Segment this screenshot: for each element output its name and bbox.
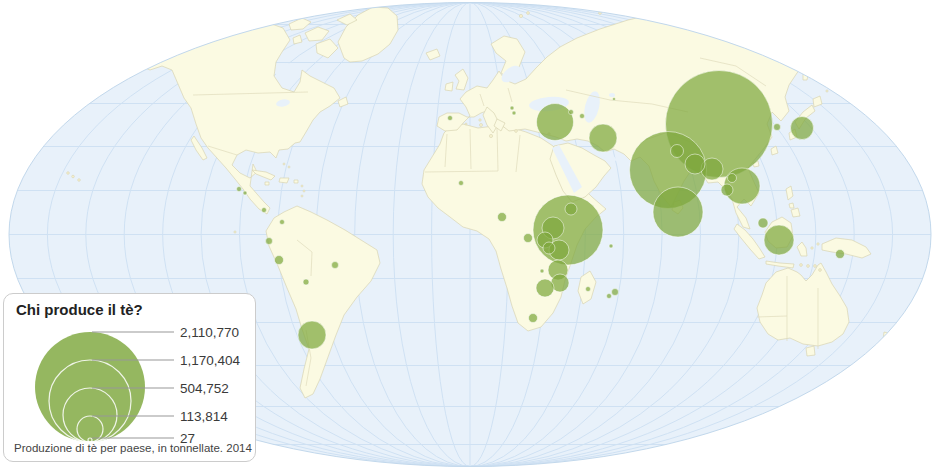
- bubble-peru[interactable]: [275, 256, 284, 265]
- bubble-madagascar[interactable]: [586, 287, 591, 292]
- aral-sea: [609, 93, 615, 97]
- bubble-south-africa[interactable]: [529, 314, 538, 323]
- bubble-nepal[interactable]: [671, 145, 684, 158]
- world-map-stage: Chi produce il tè? 2,110,7701,170,404504…: [0, 0, 940, 469]
- bubble-zimbabwe[interactable]: [536, 279, 554, 297]
- bubble-laos[interactable]: [728, 174, 737, 183]
- bubble-papua-new-guinea[interactable]: [836, 250, 845, 259]
- bubble-ethiopia[interactable]: [565, 203, 577, 215]
- bubble-japan[interactable]: [791, 117, 814, 140]
- bubble-georgia[interactable]: [569, 110, 574, 115]
- legend-caption: Produzione di tè per paese, in tonnellat…: [14, 442, 252, 454]
- bubble-cameroon[interactable]: [498, 213, 507, 222]
- legend-value-label: 504,752: [180, 381, 229, 396]
- legend-panel: Chi produce il tè? 2,110,7701,170,404504…: [3, 293, 256, 462]
- bubble-burundi[interactable]: [543, 242, 555, 254]
- hudson-bay: [276, 63, 298, 85]
- bubble-argentina[interactable]: [298, 321, 326, 349]
- bubble-panama[interactable]: [262, 208, 267, 213]
- bubble-ecuador[interactable]: [266, 238, 273, 245]
- bubble-portugal[interactable]: [448, 116, 453, 121]
- bubble-brazil[interactable]: [332, 262, 339, 269]
- bubble-el-salvador[interactable]: [243, 191, 247, 195]
- bubble-colombia[interactable]: [280, 220, 285, 225]
- landmass-tasmania: [806, 346, 815, 356]
- bubble-bosnia[interactable]: [510, 106, 514, 110]
- bubble-reunion[interactable]: [607, 294, 612, 299]
- bubble-seychelles[interactable]: [609, 244, 613, 248]
- legend-value-label: 113,814: [180, 409, 228, 424]
- bubble-serbia[interactable]: [512, 111, 516, 115]
- bubble-mauritius[interactable]: [612, 289, 619, 296]
- legend-size-scale: 2,110,7701,170,404504,752113,81427: [4, 294, 255, 461]
- legend-value-label: 1,170,404: [180, 353, 241, 368]
- bubble-iran[interactable]: [589, 124, 617, 152]
- bubble-azerbaijan[interactable]: [580, 114, 585, 119]
- bubble-indonesia[interactable]: [764, 225, 794, 255]
- bubble-zambia[interactable]: [540, 269, 544, 273]
- bubble-thailand[interactable]: [721, 184, 733, 196]
- bubble-malaysia[interactable]: [758, 218, 768, 228]
- bubble-central-asia[interactable]: [613, 98, 616, 101]
- bubble-south-korea[interactable]: [774, 124, 781, 131]
- bubble-bolivia[interactable]: [303, 279, 309, 285]
- bubble-bangladesh[interactable]: [685, 154, 705, 174]
- bubble-mali[interactable]: [459, 181, 464, 186]
- bubble-turkey[interactable]: [537, 104, 574, 141]
- bubble-guatemala[interactable]: [237, 187, 242, 192]
- bubble-sri-lanka[interactable]: [653, 187, 703, 237]
- bubble-dr-congo[interactable]: [524, 234, 533, 243]
- legend-value-label: 2,110,770: [180, 325, 239, 340]
